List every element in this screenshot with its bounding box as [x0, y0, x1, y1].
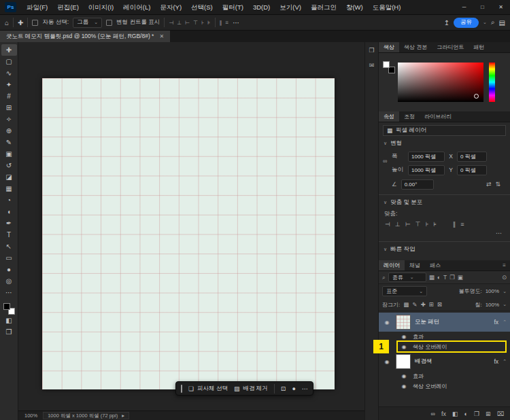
align-center-v-icon[interactable]: ⊦ — [201, 20, 204, 26]
layer-name[interactable]: 배경색 — [415, 357, 490, 366]
align-section-header[interactable]: ∨ 맞춤 및 분포 — [379, 195, 510, 208]
filter-toggle-icon[interactable]: ⊙ — [502, 274, 507, 281]
align-top-icon[interactable]: ⊤ — [415, 221, 421, 228]
quick-actions-section-header[interactable]: ∨ 빠른 작업 — [379, 242, 510, 255]
auto-select-checkbox[interactable] — [32, 20, 38, 26]
transform-section-header[interactable]: ∨ 변형 — [379, 136, 510, 149]
filter-smart-object-icon[interactable]: ▣ — [458, 274, 463, 281]
menu-edit[interactable]: 편집(E) — [52, 0, 84, 15]
type-tool[interactable]: T — [1, 229, 17, 241]
link-layers-icon[interactable]: ∞ — [431, 410, 435, 417]
frame-tool[interactable]: ⊞ — [1, 102, 17, 113]
height-field[interactable]: 1000 픽셀 — [408, 165, 445, 175]
document-info[interactable]: 1000 픽셀 x 1000 픽셀 (72 ppi) ▸ — [43, 412, 129, 419]
comments-panel-icon[interactable]: ✉ — [369, 62, 375, 69]
eye-icon[interactable]: ◉ — [399, 334, 409, 340]
fill-value[interactable]: 100% — [486, 302, 499, 308]
shape-tool[interactable]: ▭ — [1, 252, 17, 264]
effects-row[interactable]: ◉ 효과 — [379, 371, 510, 381]
eye-icon[interactable]: ◉ — [382, 359, 392, 365]
y-field[interactable]: 0 픽셀 — [457, 165, 487, 175]
layer-thumbnail[interactable] — [396, 315, 411, 330]
tab-gradients[interactable]: 그라디언트 — [432, 42, 469, 52]
filter-search-icon[interactable]: ⌕ — [382, 274, 386, 281]
menu-help[interactable]: 도움말(H) — [368, 0, 406, 15]
dodge-tool[interactable]: ◖ — [1, 206, 17, 217]
status-popup-icon[interactable]: ▸ — [122, 413, 124, 419]
distribute-h-icon[interactable]: ∥ — [220, 20, 222, 26]
select-subject-button[interactable]: ❏ 피사체 선택 — [188, 385, 228, 393]
history-panel-icon[interactable]: ❐ — [369, 47, 374, 54]
healing-tool[interactable]: ⊕ — [1, 125, 17, 137]
hand-tool[interactable]: ● — [1, 264, 17, 275]
pen-tool[interactable]: ✒ — [1, 217, 17, 229]
home-icon[interactable]: ⌂ — [5, 19, 9, 27]
path-selection-tool[interactable]: ↖ — [1, 241, 17, 252]
hue-slider[interactable] — [489, 63, 495, 102]
color-fg-bg-swatches[interactable] — [383, 61, 395, 73]
eye-icon[interactable]: ◉ — [399, 383, 409, 389]
menu-view[interactable]: 보기(V) — [275, 0, 306, 15]
zoom-tool[interactable]: ◎ — [1, 275, 17, 287]
lasso-tool[interactable]: ∿ — [1, 67, 17, 79]
history-brush-tool[interactable]: ↺ — [1, 160, 17, 171]
eye-icon[interactable]: ◉ — [399, 373, 409, 379]
menu-select[interactable]: 선택(S) — [186, 0, 218, 15]
rotation-field[interactable]: 0.00° — [401, 179, 434, 190]
eye-icon[interactable]: ◉ — [382, 319, 392, 326]
menu-3d[interactable]: 3D(D) — [248, 0, 275, 15]
blend-mode-dropdown[interactable]: 표준 ⌄ — [382, 286, 427, 296]
align-bottom-icon[interactable]: ⊧ — [207, 20, 210, 26]
flip-vertical-icon[interactable]: ⇅ — [495, 181, 500, 188]
blur-tool[interactable]: ◔ — [1, 194, 17, 206]
transform-icon[interactable]: ⊡ — [281, 385, 286, 392]
flip-horizontal-icon[interactable]: ⇄ — [486, 181, 492, 188]
panel-menu-icon[interactable]: ≡ — [503, 260, 510, 270]
lock-position-icon[interactable]: ✚ — [420, 301, 425, 308]
chevron-down-icon[interactable]: ⌄ — [503, 289, 507, 294]
document-tab[interactable]: 굿노트 메모지 템플릿.psd @ 100% (모눈 패턴, RGB/8#) *… — [0, 31, 170, 42]
search-icon[interactable]: ⌕ — [491, 18, 495, 27]
align-left-icon[interactable]: ⊣ — [169, 20, 173, 26]
chevron-down-icon[interactable]: ⌄ — [503, 302, 507, 307]
align-right-icon[interactable]: ⊢ — [405, 221, 411, 228]
layer-row-background-color[interactable]: ◉ 배경색 fx ⌃ — [379, 352, 510, 371]
edit-toolbar-button[interactable]: ⋯ — [1, 287, 17, 298]
new-group-icon[interactable]: ❐ — [474, 410, 479, 417]
delete-layer-icon[interactable]: ⌧ — [497, 410, 504, 417]
color-picker-dot[interactable] — [474, 94, 479, 99]
tab-adjustments[interactable]: 조정 — [399, 111, 420, 122]
width-field[interactable]: 1000 픽셀 — [408, 152, 445, 162]
lock-all-icon[interactable]: ⊠ — [437, 301, 442, 308]
distribute-h-icon[interactable]: ∥ — [453, 221, 456, 228]
fx-badge[interactable]: fx — [494, 319, 499, 326]
chevron-up-icon[interactable]: ⌃ — [503, 319, 507, 325]
more-icon[interactable]: ⋯ — [302, 385, 308, 392]
distribute-v-icon[interactable]: ≡ — [226, 20, 229, 26]
lock-pixels-icon[interactable]: ✎ — [412, 301, 417, 308]
drag-handle[interactable] — [181, 385, 182, 393]
effects-label[interactable]: 효과 — [413, 333, 424, 340]
adjustment-layer-icon[interactable]: ◐ — [464, 410, 468, 417]
tab-swatches[interactable]: 색상 견본 — [399, 42, 432, 52]
align-center-h-icon[interactable]: ⊥ — [395, 221, 401, 228]
align-bottom-icon[interactable]: ⊧ — [433, 221, 437, 228]
filter-kind-dropdown[interactable]: 종류 ⌄ — [388, 273, 426, 282]
fx-badge[interactable]: fx — [494, 358, 499, 365]
workspace-icon[interactable]: ▤ — [499, 19, 505, 27]
document-canvas-grid-paper[interactable] — [42, 78, 335, 389]
filter-type-icon[interactable]: T — [443, 274, 447, 281]
layer-row-grid-pattern[interactable]: ◉ 모눈 패턴 fx ⌃ — [379, 313, 510, 332]
color-overlay-row[interactable]: ◉ 색상 오버레이 — [379, 381, 510, 391]
tab-paths[interactable]: 패스 — [425, 260, 445, 270]
tab-layers[interactable]: 레이어 — [379, 260, 405, 270]
saturation-brightness-field[interactable] — [398, 63, 483, 102]
chevron-down-icon[interactable]: ⌄ — [483, 20, 487, 25]
share-button[interactable]: 공유 — [454, 18, 479, 28]
filter-adjustment-icon[interactable]: ◐ — [437, 274, 441, 281]
crop-tool[interactable]: # — [1, 90, 17, 102]
move-tool[interactable]: ✚ — [1, 44, 17, 56]
foreground-background-swatches[interactable] — [3, 303, 15, 315]
menu-image[interactable]: 이미지(I) — [84, 0, 118, 15]
tab-color[interactable]: 색상 — [379, 42, 399, 52]
